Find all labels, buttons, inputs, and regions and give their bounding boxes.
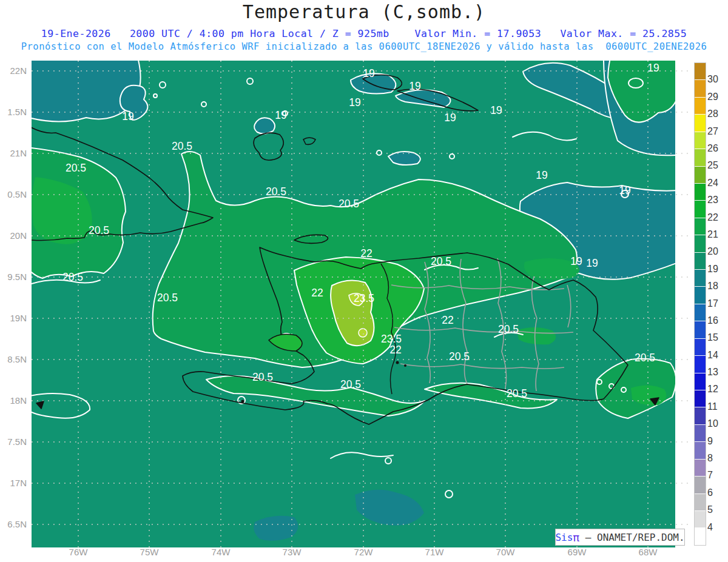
colorbar-tick: 6 [707, 487, 726, 498]
lon-tick-label: 70W [496, 547, 516, 557]
lat-tick-label: 19N [10, 313, 27, 323]
contour-label: 20.5 [157, 292, 178, 304]
colorbar-cell [695, 115, 706, 132]
lon-tick-label: 71W [425, 547, 445, 557]
colorbar-cell [695, 63, 706, 80]
contour-label: 20.5 [252, 371, 273, 383]
lon-tick-label: 75W [140, 547, 160, 557]
lon-tick-label: 76W [69, 547, 89, 557]
colorbar-cell [695, 132, 706, 149]
contour-label: 22 [360, 247, 372, 259]
colorbar-cell [695, 235, 706, 252]
colorbar-cell [695, 373, 706, 390]
lon-tick-label: 68W [639, 547, 658, 557]
contour-label: 19 [536, 169, 547, 181]
colorbar-tick: 27 [707, 126, 726, 137]
colorbar-tick: 10 [707, 418, 726, 429]
colorbar-tick: 13 [707, 367, 726, 378]
lon-tick-label: 69W [568, 547, 587, 557]
colorbar-tick: 19 [707, 264, 726, 275]
lat-tick-label: 20N [10, 230, 27, 241]
colorbar-cell [695, 80, 706, 97]
colorbar-cell [695, 528, 706, 544]
colorbar-cell [695, 477, 706, 493]
contour-label: 20.5 [507, 387, 527, 400]
colorbar-cell [695, 201, 706, 218]
contour-label: 20.5 [431, 255, 451, 267]
colorbar-tick: 18 [707, 281, 726, 292]
colorbar-tick: 29 [707, 92, 726, 102]
contour-label: 19 [122, 110, 133, 122]
contour-label: 20.5 [66, 162, 86, 174]
branding-box: Sisπ – ONAMET/REP.DOM. [555, 529, 685, 546]
contour-label: 19 [570, 255, 582, 267]
colorbar-scale [694, 62, 706, 546]
colorbar-tick: 22 [707, 212, 726, 223]
contour-label: 22 [311, 287, 323, 299]
colorbar-tick: 17 [707, 298, 726, 309]
colorbar-cell [695, 407, 706, 424]
contour-label: 20.5 [172, 140, 192, 152]
colorbar-tick: 23 [707, 195, 726, 206]
colorbar-tick: 14 [707, 350, 726, 361]
colorbar-cell [695, 149, 706, 166]
lat-tick-label: 22N [10, 65, 27, 76]
weather-map-page: Temperatura (C,somb.) 19-Ene-2026 2000 U… [0, 0, 728, 562]
contour-label: 20.5 [498, 323, 519, 335]
branding-pi-logo: π [573, 531, 579, 544]
contour-label: 20.5 [449, 350, 470, 363]
branding-onamet-label: – ONAMET/REP.DOM. [579, 532, 684, 543]
colorbar-tick: 26 [707, 143, 726, 154]
lat-tick-label: 6.5N [7, 519, 27, 529]
lon-tick-label: 72W [354, 547, 374, 557]
colorbar-tick: 21 [707, 229, 726, 240]
colorbar-cell [695, 253, 706, 270]
colorbar-tick: 28 [707, 109, 726, 119]
colorbar-cell [695, 442, 706, 459]
colorbar-tick: 5 [707, 504, 726, 515]
contour-label: 20.5 [635, 352, 655, 364]
colorbar-tick: 16 [707, 315, 726, 326]
contour-label: 19 [647, 62, 659, 74]
colorbar-cell [695, 511, 706, 528]
colorbar-tick: 20 [707, 246, 726, 257]
colorbar-tick: 9 [707, 436, 726, 447]
colorbar-cell [695, 287, 706, 304]
colorbar-cell [695, 184, 706, 201]
contour-label: 19 [349, 96, 360, 109]
contour-label: 22 [389, 344, 401, 356]
colorbar-cell [695, 390, 706, 407]
lat-tick-label: 7.5N [7, 437, 27, 447]
contour-label: 23.5 [381, 333, 402, 345]
contour-label: 20.5 [339, 198, 359, 210]
colorbar-tick: 11 [707, 401, 726, 412]
contour-label: 22 [442, 314, 453, 326]
longitude-axis-labels: 76W75W74W73W72W71W70W69W68W [69, 547, 658, 557]
colorbar-tick: 8 [707, 453, 726, 464]
colorbar-tick: 7 [707, 470, 726, 481]
contour-label: 19 [275, 109, 286, 121]
colorbar-tick: 15 [707, 332, 726, 343]
lat-tick-label: 9.5N [7, 272, 27, 282]
contour-label: 19 [363, 67, 374, 79]
contour-label: 19 [444, 112, 456, 124]
lat-tick-label: 1.5N [7, 107, 27, 117]
latitude-axis-labels: 22N1.5N21N0.5N20N9.5N19N8.5N18N7.5N17N6.… [7, 65, 27, 529]
colorbar-cell [695, 425, 706, 442]
contour-label: 20.5 [62, 271, 83, 283]
branding-sis: Sis [555, 532, 573, 543]
lat-tick-label: 17N [10, 478, 27, 488]
colorbar-tick: 12 [707, 384, 726, 395]
colorbar-cell [695, 304, 706, 321]
lat-tick-label: 0.5N [7, 189, 27, 199]
lon-tick-label: 73W [283, 547, 302, 557]
lat-tick-label: 18N [10, 395, 27, 406]
temperature-map-canvas: 19191919191919191919191920.520.520.520.5… [0, 0, 728, 562]
contour-label: 19 [409, 80, 420, 92]
colorbar-cell [695, 339, 706, 356]
lon-tick-label: 74W [212, 547, 231, 557]
colorbar-cell [695, 356, 706, 373]
colorbar-tick: 24 [707, 178, 726, 189]
colorbar-cell [695, 321, 706, 338]
lat-tick-label: 21N [10, 148, 27, 158]
